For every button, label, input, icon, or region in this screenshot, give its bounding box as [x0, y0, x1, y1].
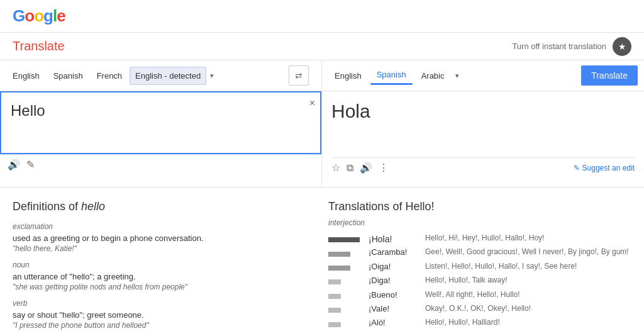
- translation-word: ¡Aló!: [369, 317, 425, 330]
- translation-word: ¡Hola!: [369, 232, 425, 246]
- target-lang-spanish[interactable]: Spanish: [370, 66, 413, 85]
- target-lang-arabic[interactable]: Arabic: [415, 67, 451, 84]
- table-row: ¡Oiga!Listen!, Hello!, Hullo!, Hallo!, I…: [328, 261, 631, 274]
- target-lang-dropdown[interactable]: ▾: [453, 68, 462, 84]
- target-star-icon[interactable]: ☆: [331, 162, 340, 174]
- translations-pos: interjection: [328, 218, 631, 227]
- source-lang-dropdown[interactable]: ▾: [208, 68, 216, 84]
- language-panel: English Spanish French English - detecte…: [0, 60, 644, 91]
- translation-word: ¡Vale!: [369, 303, 425, 317]
- source-pencil-icon[interactable]: ✎: [26, 159, 35, 171]
- translation-word: ¡Bueno!: [369, 289, 425, 303]
- source-lang-french[interactable]: French: [91, 67, 128, 84]
- header: Google: [0, 0, 644, 33]
- frequency-bar: [328, 279, 341, 284]
- translation-word: ¡Caramba!: [369, 246, 425, 260]
- clear-input-button[interactable]: ×: [309, 98, 315, 109]
- translation-alts: Listen!, Hello!, Hullo!, Hallo!, I say!,…: [425, 261, 631, 274]
- definitions-title: Definitions of hello: [13, 200, 316, 213]
- instant-controls: Turn off instant translation ★: [512, 37, 631, 56]
- instant-star-button[interactable]: ★: [613, 37, 631, 56]
- source-text-area: Hello × 🔊 ✎: [0, 91, 322, 187]
- translate-title: Translate: [13, 39, 65, 53]
- swap-languages-button[interactable]: ⇄: [289, 65, 309, 86]
- source-speaker-icon[interactable]: 🔊: [8, 159, 20, 171]
- definitions-title-text: Definitions of: [13, 200, 78, 213]
- translation-word: ¡Diga!: [369, 274, 425, 288]
- table-row: ¡Vale!Okay!, O.K.!, OK!, Okey!, Hello!: [328, 303, 631, 317]
- translation-alts: Gee!, Well!, Good gracious!, Well I neve…: [425, 246, 631, 260]
- target-speaker-icon[interactable]: 🔊: [360, 162, 372, 174]
- translate-bar: Translate Turn off instant translation ★: [0, 33, 644, 60]
- def-example-2: "I pressed the phone button and helloed": [13, 321, 316, 330]
- main-content: English Spanish French English - detecte…: [0, 60, 644, 331]
- table-row: ¡Bueno!Well!, All right!, Hello!, Hullo!: [328, 289, 631, 303]
- translation-alts: Well!, All right!, Hello!, Hullo!: [425, 289, 631, 303]
- suggest-edit-label: Suggest an edit: [582, 164, 635, 172]
- source-lang-spanish[interactable]: Spanish: [47, 67, 89, 84]
- target-lang-english[interactable]: English: [328, 67, 368, 84]
- def-text-0: used as a greeting or to begin a phone c…: [13, 233, 316, 243]
- target-lang-bar: English Spanish Arabic ▾ Translate: [322, 60, 644, 91]
- pos-exclamation: exclamation: [13, 222, 316, 231]
- definitions-word: hello: [81, 200, 105, 213]
- pencil-icon: ✎: [574, 164, 580, 172]
- translated-text: Hola: [331, 101, 635, 151]
- text-panel: Hello × 🔊 ✎ Hola ☆ ⧉ 🔊 ⋮ ✎ Suggest an ed…: [0, 91, 644, 188]
- translate-button[interactable]: Translate: [581, 65, 638, 86]
- source-lang-english[interactable]: English: [6, 67, 46, 84]
- table-row: ¡Aló!Hello!, Hullo!, Halliard!: [328, 317, 631, 330]
- google-logo: Google: [13, 6, 65, 26]
- frequency-bar: [328, 308, 341, 313]
- frequency-bar: [328, 322, 341, 327]
- suggest-edit-link[interactable]: ✎ Suggest an edit: [574, 164, 635, 172]
- table-row: ¡Caramba!Gee!, Well!, Good gracious!, We…: [328, 246, 631, 260]
- star-icon: ★: [618, 42, 626, 52]
- translation-alts: Hello!, Hullo!, Halliard!: [425, 317, 631, 330]
- translation-alts: Okay!, O.K.!, OK!, Okey!, Hello!: [425, 303, 631, 317]
- translations-panel: Translations of Hello! interjection ¡Hol…: [328, 200, 631, 331]
- target-share-icon[interactable]: ⋮: [379, 162, 389, 174]
- source-lang-detected[interactable]: English - detected: [130, 67, 206, 85]
- translations-table: ¡Hola!Hello!, Hi!, Hey!, Hullo!, Hallo!,…: [328, 232, 631, 331]
- pos-noun: noun: [13, 261, 316, 269]
- source-text-input[interactable]: Hello: [0, 91, 321, 154]
- table-row: ¡Hola!Hello!, Hi!, Hey!, Hullo!, Hallo!,…: [328, 232, 631, 246]
- output-tools: ☆ ⧉ 🔊 ⋮ ✎ Suggest an edit: [331, 157, 635, 177]
- translation-word: ¡Oiga!: [369, 261, 425, 274]
- source-lang-bar: English Spanish French English - detecte…: [0, 60, 322, 91]
- pos-verb: verb: [13, 299, 316, 308]
- table-row: ¡Diga!Hello!, Hullo!, Talk away!: [328, 274, 631, 288]
- frequency-bar: [328, 252, 350, 257]
- instant-translation-label: Turn off instant translation: [512, 42, 606, 51]
- def-example-0: "hello there, Katie!": [13, 244, 316, 253]
- frequency-bar: [328, 266, 350, 271]
- def-text-1: an utterance of "hello"; a greeting.: [13, 272, 316, 281]
- input-tools: 🔊 ✎: [0, 154, 321, 174]
- target-text-area: Hola ☆ ⧉ 🔊 ⋮ ✎ Suggest an edit: [322, 91, 644, 187]
- def-example-1: "she was getting polite nods and hellos …: [13, 283, 316, 291]
- frequency-bar: [328, 294, 341, 299]
- frequency-bar: [328, 237, 360, 242]
- translation-alts: Hello!, Hi!, Hey!, Hullo!, Hallo!, Hoy!: [425, 232, 631, 246]
- bottom-panel: Definitions of hello exclamation used as…: [0, 188, 644, 331]
- translations-title: Translations of Hello!: [328, 200, 631, 213]
- translation-alts: Hello!, Hullo!, Talk away!: [425, 274, 631, 288]
- definitions-panel: Definitions of hello exclamation used as…: [13, 200, 316, 331]
- target-copy-icon[interactable]: ⧉: [347, 162, 353, 174]
- def-text-2: say or shout "hello"; greet someone.: [13, 310, 316, 320]
